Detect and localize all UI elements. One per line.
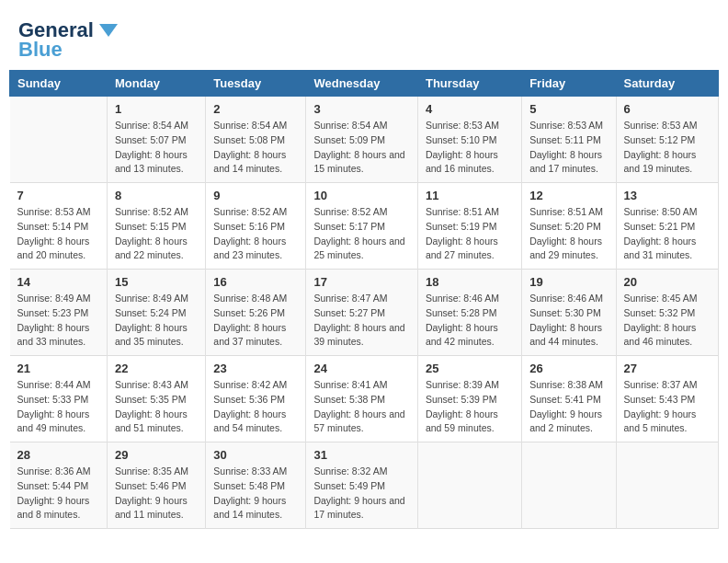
calendar-cell: 11Sunrise: 8:51 AMSunset: 5:19 PMDayligh…	[417, 183, 521, 270]
calendar-cell: 3Sunrise: 8:54 AMSunset: 5:09 PMDaylight…	[306, 97, 418, 183]
day-info: Sunrise: 8:45 AMSunset: 5:32 PMDaylight:…	[624, 292, 711, 350]
calendar-cell	[417, 442, 521, 529]
calendar-cell: 26Sunrise: 8:38 AMSunset: 5:41 PMDayligh…	[522, 356, 616, 442]
day-number: 7	[17, 189, 99, 202]
calendar-cell: 6Sunrise: 8:53 AMSunset: 5:12 PMDaylight…	[616, 97, 718, 183]
calendar-cell: 14Sunrise: 8:49 AMSunset: 5:23 PMDayligh…	[10, 270, 108, 356]
calendar-cell: 9Sunrise: 8:52 AMSunset: 5:16 PMDaylight…	[206, 183, 306, 270]
day-info: Sunrise: 8:49 AMSunset: 5:24 PMDaylight:…	[115, 292, 198, 350]
calendar-week-row: 1Sunrise: 8:54 AMSunset: 5:07 PMDaylight…	[10, 97, 719, 183]
day-number: 4	[426, 102, 514, 116]
day-number: 23	[213, 362, 298, 375]
day-info: Sunrise: 8:54 AMSunset: 5:09 PMDaylight:…	[313, 119, 410, 177]
day-info: Sunrise: 8:49 AMSunset: 5:23 PMDaylight:…	[17, 292, 99, 350]
day-number: 24	[313, 362, 410, 375]
column-header-wednesday: Wednesday	[306, 71, 418, 97]
day-number: 25	[426, 362, 514, 375]
day-info: Sunrise: 8:36 AMSunset: 5:44 PMDaylight:…	[17, 465, 99, 523]
calendar-cell: 8Sunrise: 8:52 AMSunset: 5:15 PMDaylight…	[107, 183, 205, 270]
day-number: 8	[115, 189, 198, 202]
calendar-cell: 13Sunrise: 8:50 AMSunset: 5:21 PMDayligh…	[616, 183, 718, 270]
day-info: Sunrise: 8:54 AMSunset: 5:08 PMDaylight:…	[213, 119, 298, 177]
day-info: Sunrise: 8:39 AMSunset: 5:39 PMDaylight:…	[426, 378, 514, 436]
day-number: 21	[17, 362, 99, 375]
day-number: 17	[313, 275, 410, 289]
day-number: 16	[213, 275, 298, 289]
day-number: 2	[213, 102, 298, 116]
calendar-cell: 4Sunrise: 8:53 AMSunset: 5:10 PMDaylight…	[417, 97, 521, 183]
day-info: Sunrise: 8:47 AMSunset: 5:27 PMDaylight:…	[313, 292, 410, 350]
logo-blue: Blue	[18, 39, 63, 61]
day-number: 30	[213, 448, 298, 462]
day-number: 10	[313, 189, 410, 202]
calendar-cell: 31Sunrise: 8:32 AMSunset: 5:49 PMDayligh…	[306, 442, 418, 529]
day-info: Sunrise: 8:53 AMSunset: 5:10 PMDaylight:…	[426, 119, 514, 177]
calendar-table: SundayMondayTuesdayWednesdayThursdayFrid…	[9, 70, 719, 529]
calendar-week-row: 21Sunrise: 8:44 AMSunset: 5:33 PMDayligh…	[10, 356, 719, 442]
day-info: Sunrise: 8:54 AMSunset: 5:07 PMDaylight:…	[115, 119, 198, 177]
day-number: 28	[17, 448, 99, 462]
calendar-cell: 15Sunrise: 8:49 AMSunset: 5:24 PMDayligh…	[107, 270, 205, 356]
day-info: Sunrise: 8:37 AMSunset: 5:43 PMDaylight:…	[624, 378, 711, 436]
calendar-cell: 22Sunrise: 8:43 AMSunset: 5:35 PMDayligh…	[107, 356, 205, 442]
calendar-cell: 16Sunrise: 8:48 AMSunset: 5:26 PMDayligh…	[206, 270, 306, 356]
logo: General Blue	[18, 18, 121, 61]
day-number: 11	[426, 189, 514, 202]
day-info: Sunrise: 8:52 AMSunset: 5:16 PMDaylight:…	[213, 205, 298, 263]
calendar-cell: 23Sunrise: 8:42 AMSunset: 5:36 PMDayligh…	[206, 356, 306, 442]
calendar-cell: 29Sunrise: 8:35 AMSunset: 5:46 PMDayligh…	[107, 442, 205, 529]
day-number: 13	[624, 189, 711, 202]
calendar-body: 1Sunrise: 8:54 AMSunset: 5:07 PMDaylight…	[10, 97, 719, 529]
calendar-cell: 17Sunrise: 8:47 AMSunset: 5:27 PMDayligh…	[306, 270, 418, 356]
calendar-cell: 20Sunrise: 8:45 AMSunset: 5:32 PMDayligh…	[616, 270, 718, 356]
day-number: 5	[529, 102, 608, 116]
calendar-week-row: 14Sunrise: 8:49 AMSunset: 5:23 PMDayligh…	[10, 270, 719, 356]
column-header-sunday: Sunday	[10, 71, 108, 97]
column-header-friday: Friday	[522, 71, 616, 97]
day-number: 29	[115, 448, 198, 462]
calendar-cell: 28Sunrise: 8:36 AMSunset: 5:44 PMDayligh…	[10, 442, 108, 529]
calendar-cell: 21Sunrise: 8:44 AMSunset: 5:33 PMDayligh…	[10, 356, 108, 442]
day-info: Sunrise: 8:42 AMSunset: 5:36 PMDaylight:…	[213, 378, 298, 436]
calendar-header-row: SundayMondayTuesdayWednesdayThursdayFrid…	[10, 71, 719, 97]
day-info: Sunrise: 8:53 AMSunset: 5:11 PMDaylight:…	[529, 119, 608, 177]
day-number: 9	[213, 189, 298, 202]
day-number: 1	[115, 102, 198, 116]
day-info: Sunrise: 8:38 AMSunset: 5:41 PMDaylight:…	[529, 378, 608, 436]
calendar-cell: 19Sunrise: 8:46 AMSunset: 5:30 PMDayligh…	[522, 270, 616, 356]
day-number: 3	[313, 102, 410, 116]
calendar-cell: 7Sunrise: 8:53 AMSunset: 5:14 PMDaylight…	[10, 183, 108, 270]
calendar-cell: 25Sunrise: 8:39 AMSunset: 5:39 PMDayligh…	[417, 356, 521, 442]
day-number: 31	[313, 448, 410, 462]
calendar-cell	[522, 442, 616, 529]
calendar-cell: 30Sunrise: 8:33 AMSunset: 5:48 PMDayligh…	[206, 442, 306, 529]
day-info: Sunrise: 8:53 AMSunset: 5:12 PMDaylight:…	[624, 119, 711, 177]
page-header: General Blue	[9, 9, 719, 65]
calendar-cell: 5Sunrise: 8:53 AMSunset: 5:11 PMDaylight…	[522, 97, 616, 183]
day-info: Sunrise: 8:44 AMSunset: 5:33 PMDaylight:…	[17, 378, 99, 436]
day-info: Sunrise: 8:43 AMSunset: 5:35 PMDaylight:…	[115, 378, 198, 436]
calendar-cell: 2Sunrise: 8:54 AMSunset: 5:08 PMDaylight…	[206, 97, 306, 183]
day-info: Sunrise: 8:51 AMSunset: 5:19 PMDaylight:…	[426, 205, 514, 263]
calendar-cell: 27Sunrise: 8:37 AMSunset: 5:43 PMDayligh…	[616, 356, 718, 442]
logo-arrow-icon	[96, 17, 121, 42]
calendar-week-row: 7Sunrise: 8:53 AMSunset: 5:14 PMDaylight…	[10, 183, 719, 270]
day-number: 15	[115, 275, 198, 289]
day-info: Sunrise: 8:52 AMSunset: 5:15 PMDaylight:…	[115, 205, 198, 263]
column-header-thursday: Thursday	[417, 71, 521, 97]
day-info: Sunrise: 8:46 AMSunset: 5:30 PMDaylight:…	[529, 292, 608, 350]
day-info: Sunrise: 8:33 AMSunset: 5:48 PMDaylight:…	[213, 465, 298, 523]
calendar-cell: 12Sunrise: 8:51 AMSunset: 5:20 PMDayligh…	[522, 183, 616, 270]
day-info: Sunrise: 8:52 AMSunset: 5:17 PMDaylight:…	[313, 205, 410, 263]
day-info: Sunrise: 8:53 AMSunset: 5:14 PMDaylight:…	[17, 205, 99, 263]
day-info: Sunrise: 8:35 AMSunset: 5:46 PMDaylight:…	[115, 465, 198, 523]
calendar-week-row: 28Sunrise: 8:36 AMSunset: 5:44 PMDayligh…	[10, 442, 719, 529]
day-number: 22	[115, 362, 198, 375]
day-number: 12	[529, 189, 608, 202]
calendar-cell: 1Sunrise: 8:54 AMSunset: 5:07 PMDaylight…	[107, 97, 205, 183]
day-number: 6	[624, 102, 711, 116]
day-number: 18	[426, 275, 514, 289]
svg-marker-0	[99, 24, 118, 37]
day-number: 27	[624, 362, 711, 375]
day-info: Sunrise: 8:32 AMSunset: 5:49 PMDaylight:…	[313, 465, 410, 523]
